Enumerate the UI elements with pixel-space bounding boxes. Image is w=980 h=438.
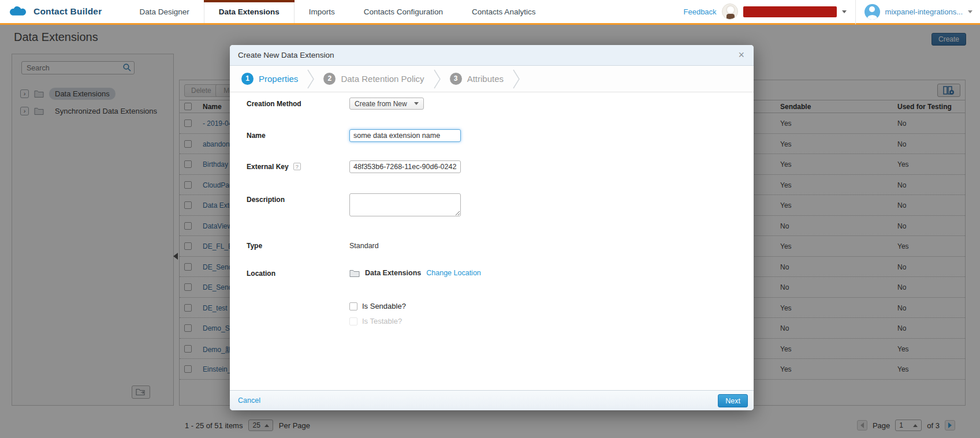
- is-sendable-checkbox[interactable]: [349, 302, 357, 310]
- step-number: 2: [323, 73, 336, 85]
- location-value: Data Extensions: [365, 269, 421, 277]
- is-testable-checkbox: [349, 317, 357, 325]
- nav-tabs: Data Designer Data Extensions Imports Co…: [125, 0, 550, 23]
- location-label: Location: [247, 267, 349, 278]
- folder-icon: [349, 269, 360, 277]
- external-key-label-text: External Key: [247, 163, 289, 171]
- account-name[interactable]: mixpanel-integrations...: [885, 8, 963, 16]
- step-label: Data Retention Policy: [341, 74, 424, 84]
- description-label: Description: [247, 193, 349, 216]
- external-key-input[interactable]: [349, 160, 461, 173]
- external-key-label: External Key ?: [247, 160, 349, 173]
- step-label: Properties: [259, 74, 298, 84]
- name-input[interactable]: [349, 129, 461, 142]
- modal-header: Create New Data Extension ×: [230, 45, 754, 66]
- is-testable-row: Is Testable?: [349, 317, 754, 325]
- step-number: 3: [450, 73, 462, 85]
- name-label: Name: [247, 129, 349, 142]
- nav-right: Feedback mixpanel-integrations...: [684, 0, 980, 23]
- app-title: Contact Builder: [33, 6, 102, 17]
- creation-method-dropdown[interactable]: Create from New: [349, 98, 424, 110]
- description-textarea[interactable]: [349, 193, 461, 216]
- step-number: 1: [241, 73, 254, 85]
- change-location-link[interactable]: Change Location: [426, 269, 481, 277]
- is-sendable-row: Is Sendable?: [349, 302, 754, 310]
- account-chevron-down-icon[interactable]: [968, 10, 972, 13]
- salesforce-cloud-icon: [9, 5, 28, 18]
- step-separator-chevron: [307, 68, 315, 91]
- tab-data-designer[interactable]: Data Designer: [125, 0, 203, 23]
- app-window: Contact Builder Data Designer Data Exten…: [0, 0, 980, 438]
- feedback-link[interactable]: Feedback: [684, 8, 717, 16]
- creation-method-label: Creation Method: [247, 98, 349, 110]
- step-properties[interactable]: 1 Properties: [241, 73, 298, 85]
- type-label: Type: [247, 239, 349, 250]
- is-sendable-label: Is Sendable?: [362, 302, 406, 310]
- divider: [855, 0, 856, 24]
- brand: Contact Builder: [0, 0, 125, 23]
- einstein-avatar[interactable]: [722, 3, 738, 20]
- location-value-wrap: Data Extensions Change Location: [349, 267, 481, 278]
- chevron-down-icon[interactable]: [842, 10, 847, 13]
- tab-contacts-analytics[interactable]: Contacts Analytics: [457, 0, 550, 23]
- top-nav: Contact Builder Data Designer Data Exten…: [0, 0, 980, 25]
- cancel-button[interactable]: Cancel: [238, 391, 260, 411]
- step-data-retention-policy[interactable]: 2 Data Retention Policy: [323, 73, 424, 85]
- chevron-down-icon: [414, 102, 419, 105]
- step-label: Attributes: [467, 74, 504, 84]
- creation-method-value: Create from New: [355, 100, 407, 108]
- modal-body: Creation Method Create from New Name Ext…: [230, 92, 754, 325]
- modal-footer: Cancel Next: [230, 390, 754, 410]
- step-attributes[interactable]: 3 Attributes: [450, 73, 504, 85]
- next-button[interactable]: Next: [718, 394, 748, 407]
- redacted-account-block[interactable]: [743, 6, 837, 17]
- help-icon[interactable]: ?: [293, 163, 301, 170]
- close-icon[interactable]: ×: [736, 45, 747, 65]
- user-avatar[interactable]: [865, 4, 880, 20]
- type-value: Standard: [349, 239, 379, 250]
- wizard-steps: 1 Properties 2 Data Retention Policy 3 A…: [230, 66, 754, 92]
- step-separator-chevron: [512, 68, 520, 91]
- is-testable-label: Is Testable?: [362, 317, 402, 325]
- create-data-extension-modal: Create New Data Extension × 1 Properties…: [230, 45, 754, 410]
- tab-contacts-configuration[interactable]: Contacts Configuration: [349, 0, 457, 23]
- modal-title: Create New Data Extension: [238, 45, 334, 66]
- step-separator-chevron: [433, 68, 441, 91]
- tab-imports[interactable]: Imports: [295, 0, 349, 23]
- tab-data-extensions[interactable]: Data Extensions: [204, 0, 295, 23]
